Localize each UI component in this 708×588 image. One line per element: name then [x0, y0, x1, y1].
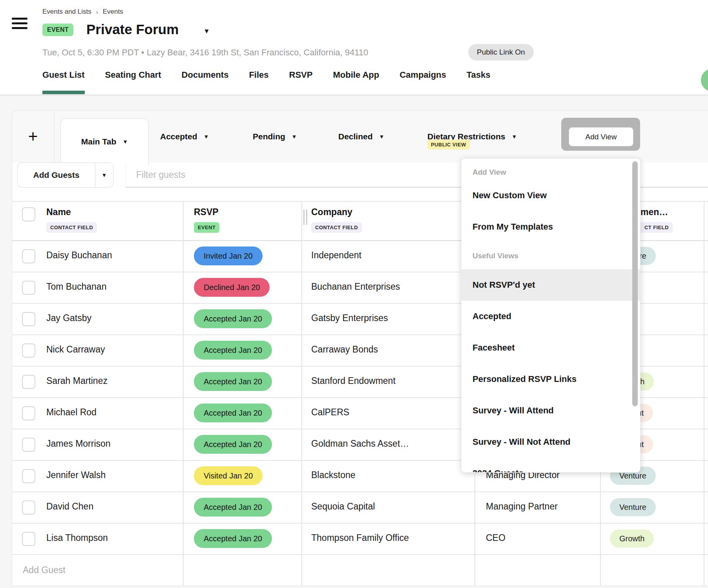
menu-title: Add View [462, 165, 640, 180]
row-checkbox[interactable] [22, 375, 35, 389]
view-tab-main-tab[interactable]: Main Tab ▼ [60, 119, 149, 164]
nav-tab-label: Guest List [42, 70, 85, 80]
help-fab[interactable] [701, 69, 708, 91]
menu-item-survey-will-not-attend[interactable]: Survey - Will Not Attend [462, 426, 640, 458]
column-type-badge: CT FIELD [640, 222, 673, 233]
rsvp-status-pill[interactable]: Declined Jan 20 [194, 278, 270, 297]
nav-tab-label: Documents [182, 70, 229, 80]
nav-tab-guest-list[interactable]: Guest List [42, 70, 85, 94]
add-view-menu: Add View New Custom ViewFrom My Template… [461, 158, 640, 473]
guest-name: Lisa Thompson [46, 533, 108, 543]
guest-name: Daisy Buchanan [46, 250, 112, 261]
add-guests-button[interactable]: Add Guests [18, 163, 95, 187]
nav-tab-label: Mobile App [333, 70, 379, 80]
row-checkbox[interactable] [22, 249, 35, 263]
menu-item-new-custom-view[interactable]: New Custom View [462, 180, 640, 211]
add-guests-split-button: Add Guests ▼ [17, 163, 113, 188]
chevron-down-icon: ▼ [102, 172, 107, 178]
guest-name: Sarah Martinez [46, 376, 108, 386]
column-header-company[interactable]: Company [311, 207, 352, 217]
menu-item-survey-will-attend[interactable]: Survey - Will Attend [462, 395, 640, 426]
menu-item-personalized-rsvp-links[interactable]: Personalized RSVP Links [462, 363, 640, 395]
nav-tab-mobile-app[interactable]: Mobile App [333, 70, 379, 94]
guest-title: CEO [486, 533, 505, 543]
row-checkbox[interactable] [22, 469, 35, 483]
rsvp-status-pill[interactable]: Accepted Jan 20 [194, 498, 272, 517]
view-tab-accepted[interactable]: Accepted▼ [160, 110, 209, 163]
nav-tab-documents[interactable]: Documents [182, 70, 229, 94]
guest-company: CalPERS [311, 407, 349, 418]
event-type-badge: EVENT [42, 24, 73, 36]
menu-item-2024-guests[interactable]: 2024 Guests [462, 458, 640, 473]
add-view-button[interactable]: Add View [569, 127, 633, 146]
rsvp-status-pill[interactable]: Accepted Jan 20 [194, 341, 272, 360]
column-drag-handle[interactable] [303, 209, 305, 225]
guest-name: Nick Carraway [46, 344, 105, 355]
menu-scrollbar-thumb[interactable] [632, 161, 638, 406]
row-checkbox[interactable] [22, 438, 35, 452]
nav-tab-seating-chart[interactable]: Seating Chart [105, 70, 161, 94]
guest-company: Sequoia Capital [311, 501, 375, 512]
guest-company: Stanford Endowment [311, 376, 396, 386]
rsvp-status-pill[interactable]: Accepted Jan 20 [194, 435, 272, 454]
row-checkbox[interactable] [22, 406, 35, 420]
menu-item-accepted[interactable]: Accepted [462, 301, 640, 332]
chevron-down-icon: ▼ [292, 133, 297, 140]
breadcrumb-events-and-lists[interactable]: Events and Lists [42, 8, 91, 16]
add-guest-row[interactable]: Add Guest [23, 565, 66, 575]
add-guests-dropdown-toggle[interactable]: ▼ [95, 163, 113, 187]
public-link-badge[interactable]: Public Link On [468, 44, 534, 60]
nav-tab-tasks[interactable]: Tasks [467, 70, 491, 94]
breadcrumb-events[interactable]: Events [103, 8, 123, 16]
rsvp-status-pill[interactable]: Accepted Jan 20 [194, 404, 272, 422]
menu-icon[interactable] [12, 18, 27, 32]
rsvp-status-pill[interactable]: Invited Jan 20 [194, 247, 263, 265]
view-tab-pending[interactable]: Pending▼ [253, 110, 297, 163]
chevron-down-icon: ▼ [204, 133, 209, 140]
nav-tab-label: Files [249, 70, 268, 80]
breadcrumb-separator-icon: › [96, 9, 98, 15]
view-tab-label: Accepted [160, 132, 197, 141]
rsvp-status-pill[interactable]: Visited Jan 20 [194, 466, 263, 485]
add-tab-button[interactable]: + [12, 110, 55, 163]
menu-item-not-rsvp-d-yet[interactable]: Not RSVP'd yet [462, 269, 640, 301]
title-dropdown-icon[interactable]: ▼ [203, 27, 210, 35]
nav-tabs: Guest ListSeating ChartDocumentsFilesRSV… [42, 70, 491, 94]
view-tab-label: Main Tab [81, 137, 116, 146]
row-checkbox[interactable] [22, 281, 35, 295]
row-checkbox[interactable] [22, 532, 35, 546]
nav-tab-campaigns[interactable]: Campaigns [400, 70, 446, 94]
nav-tab-label: Seating Chart [105, 70, 161, 80]
row-checkbox[interactable] [22, 500, 35, 515]
nav-tab-label: RSVP [289, 70, 313, 80]
rsvp-status-pill[interactable]: Accepted Jan 20 [194, 372, 272, 391]
column-drag-handle[interactable] [306, 209, 307, 225]
rsvp-status-pill[interactable]: Accepted Jan 20 [194, 309, 272, 328]
column-header-name[interactable]: Name [46, 207, 71, 217]
guest-company: Thompson Family Office [311, 533, 409, 543]
row-checkbox[interactable] [22, 343, 35, 358]
rsvp-status-pill[interactable]: Accepted Jan 20 [194, 529, 272, 548]
view-tab-declined[interactable]: Declined▼ [338, 110, 384, 163]
nav-tab-label: Campaigns [400, 70, 446, 80]
menu-item-from-my-templates[interactable]: From My Templates [462, 211, 640, 243]
nav-tab-rsvp[interactable]: RSVP [289, 70, 313, 94]
select-all-checkbox[interactable] [22, 207, 35, 221]
row-checkbox[interactable] [22, 312, 35, 326]
guest-company: Independent [311, 250, 361, 261]
column-type-badge: EVENT [194, 222, 219, 233]
view-tab-dietary-restrictions[interactable]: Dietary Restrictions▼PUBLIC VIEW [427, 110, 517, 163]
public-view-badge: PUBLIC VIEW [427, 140, 470, 150]
column-header-men-[interactable]: men… [640, 207, 668, 217]
row-divider [12, 554, 708, 555]
nav-tab-files[interactable]: Files [249, 70, 268, 94]
investment-focus-pill: Growth [610, 530, 654, 548]
guest-company: Carraway Bonds [311, 344, 378, 355]
page-title: Private Forum [86, 22, 179, 37]
column-header-rsvp[interactable]: RSVP [194, 207, 219, 217]
guest-name: James Morrison [46, 438, 111, 449]
menu-item-facesheet[interactable]: Facesheet [462, 332, 640, 363]
app-header: Events and Lists › Events EVENT Private … [0, 0, 708, 95]
guest-company: Blackstone [311, 470, 356, 480]
guest-name: David Chen [46, 501, 93, 512]
